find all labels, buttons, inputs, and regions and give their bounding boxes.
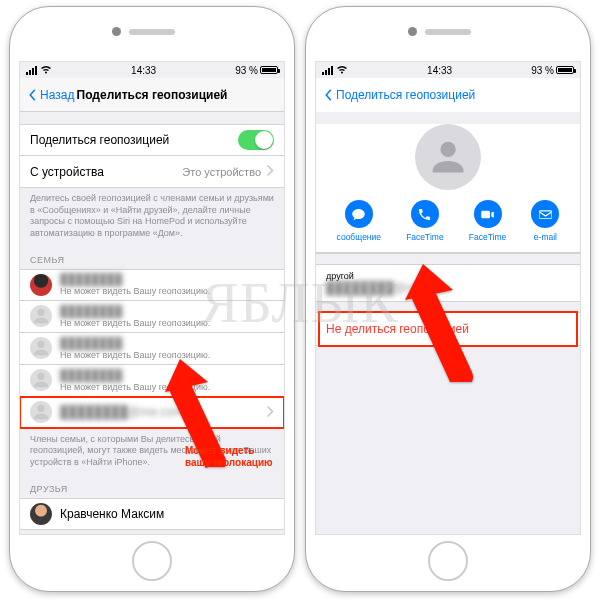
iphone-right: 14:33 93 % Поделиться геопозицией [305, 6, 591, 592]
phone-icon [411, 200, 439, 228]
signal-icon [322, 66, 333, 75]
facetime-video-button[interactable]: FaceTime [469, 200, 506, 242]
facetime-audio-button[interactable]: FaceTime [406, 200, 443, 242]
field-label: другой [326, 271, 570, 281]
member-name: ████████ [60, 305, 210, 317]
email-field[interactable]: другой ████████@me.com [316, 264, 580, 302]
phone-camera [112, 27, 121, 36]
avatar-placeholder-icon [30, 305, 52, 327]
mail-icon [531, 200, 559, 228]
avatar-placeholder-icon [30, 401, 52, 423]
iphone-left: 14:33 93 % Назад Поделиться геопозицией … [9, 6, 295, 592]
avatar [30, 503, 52, 525]
action-label: e-mail [534, 232, 557, 242]
back-label: Назад [40, 88, 74, 102]
member-name: ████████@me.com [60, 405, 183, 419]
toggle-on-icon[interactable] [238, 130, 274, 150]
family-member-row[interactable]: ████████ Не может видеть Вашу геопозицию… [20, 333, 284, 365]
chevron-left-icon [26, 89, 38, 101]
avatar [30, 274, 52, 296]
family-member-row[interactable]: ████████ Не может видеть Вашу геопозицию… [20, 365, 284, 397]
chevron-right-icon [267, 165, 274, 178]
avatar-placeholder-icon [30, 369, 52, 391]
status-time: 14:33 [427, 65, 452, 76]
contact-header: сообщение FaceTime FaceTime e-mail [316, 124, 580, 254]
back-label: Поделиться геопозицией [336, 88, 475, 102]
screen-right: 14:33 93 % Поделиться геопозицией [315, 61, 581, 535]
page-title: Поделиться геопозицией [77, 88, 228, 102]
family-header: СЕМЬЯ [20, 245, 284, 269]
stop-sharing-label: Не делиться геопозицией [326, 322, 469, 336]
stop-sharing-row[interactable]: Не делиться геопозицией [316, 312, 580, 346]
signal-icon [26, 66, 37, 75]
phone-speaker [129, 29, 175, 35]
from-device-row[interactable]: С устройства Это устройство [20, 156, 284, 188]
family-note: Члены семьи, с которыми Вы делитесь свое… [20, 429, 284, 474]
email-button[interactable]: e-mail [531, 200, 559, 242]
member-sub: Не может видеть Вашу геопозицию. [60, 350, 210, 360]
action-label: FaceTime [406, 232, 443, 242]
family-member-row[interactable]: ████████ Не может видеть Вашу геопозицию… [20, 269, 284, 301]
home-button[interactable] [132, 541, 172, 581]
family-member-row[interactable]: ████████ Не может видеть Вашу геопозицию… [20, 301, 284, 333]
avatar-placeholder-icon [30, 337, 52, 359]
share-location-toggle-row[interactable]: Поделиться геопозицией [20, 124, 284, 156]
back-button[interactable]: Поделиться геопозицией [322, 88, 475, 102]
status-time: 14:33 [131, 65, 156, 76]
friend-row[interactable]: Кравченко Максим [20, 498, 284, 530]
contact-avatar-placeholder-icon [415, 124, 481, 190]
action-label: FaceTime [469, 232, 506, 242]
wifi-icon [40, 65, 52, 76]
action-label: сообщение [337, 232, 381, 242]
member-sub: Не может видеть Вашу геопозицию. [60, 286, 210, 296]
phone-speaker [425, 29, 471, 35]
status-bar: 14:33 93 % [316, 62, 580, 78]
family-member-highlighted-row[interactable]: ████████@me.com [20, 397, 284, 429]
friend-name: Кравченко Максим [60, 507, 274, 521]
nav-bar: Назад Поделиться геопозицией [20, 78, 284, 112]
message-icon [345, 200, 373, 228]
member-name: ████████ [60, 369, 210, 381]
member-name: ████████ [60, 273, 210, 285]
back-button[interactable]: Назад [26, 88, 74, 102]
friends-header: ДРУЗЬЯ [20, 474, 284, 498]
nav-bar: Поделиться геопозицией [316, 78, 580, 112]
share-note: Делитесь своей геопозицией с членами сем… [20, 188, 284, 245]
member-sub: Не может видеть Вашу геопозицию. [60, 318, 210, 328]
from-device-value: Это устройство [182, 166, 261, 178]
wifi-icon [336, 65, 348, 76]
battery-indicator: 93 % [531, 65, 574, 76]
member-sub: Не может видеть Вашу геопозицию. [60, 382, 210, 392]
chevron-right-icon [267, 406, 274, 419]
home-button[interactable] [428, 541, 468, 581]
phone-camera [408, 27, 417, 36]
status-bar: 14:33 93 % [20, 62, 284, 78]
video-icon [474, 200, 502, 228]
field-value: ████████@me.com [326, 281, 449, 295]
member-name: ████████ [60, 337, 210, 349]
share-location-label: Поделиться геопозицией [30, 133, 238, 147]
screen-left: 14:33 93 % Назад Поделиться геопозицией … [19, 61, 285, 535]
chevron-left-icon [322, 89, 334, 101]
from-device-label: С устройства [30, 165, 182, 179]
message-button[interactable]: сообщение [337, 200, 381, 242]
battery-indicator: 93 % [235, 65, 278, 76]
